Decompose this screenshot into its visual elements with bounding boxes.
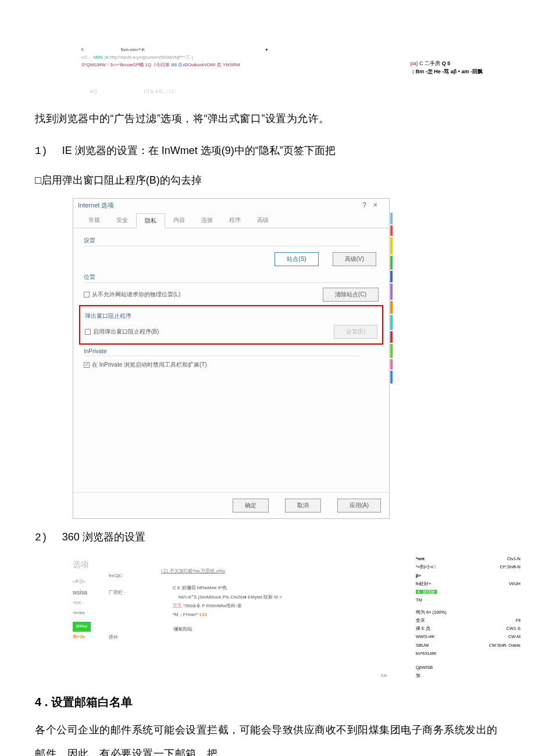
r-item: 加	[416, 672, 520, 680]
sidebar-item[interactable]: •本设•	[73, 577, 109, 587]
tab-connections[interactable]: 连接	[193, 213, 221, 228]
360-options-panel: 选项 •本设• wsisa *Mft - <t<tm ΒWλα 男rr设• 9±…	[73, 555, 520, 680]
section-inprivate: InPrivate	[84, 348, 360, 356]
options-right: *mπCtv1-N *»刖/小»□ Ct*:Shift-N β≡ fb处好+Vt…	[416, 555, 520, 680]
options-sidebar: 选项 •本设• wsisa *Mft - <t<tm ΒWλα 男rr设•	[73, 555, 109, 680]
red-marker: 三三	[173, 603, 182, 608]
tab-security[interactable]: 安全	[108, 213, 136, 228]
checkbox-icon[interactable]	[84, 292, 90, 298]
main-line-a: *M；FHran*	[173, 612, 199, 617]
options-title: 选项	[73, 556, 109, 573]
r-shortcut: Ctv1-N	[507, 555, 520, 563]
snippet-r2: ：Bm -怎 He -骂 aβ • am -回飘	[411, 67, 483, 76]
location-check-text: 从不允许网站请求你的物理位置(L)	[92, 291, 180, 299]
ok-button[interactable]: 确定	[233, 499, 269, 513]
main-line: fnl/\<IIˮS (SmMblock Pls ChiZet♦ EMytet.…	[149, 593, 416, 601]
section-popup-blocker: 弹出窗口阻止程序	[85, 312, 377, 320]
r-item: WWS>#K	[416, 633, 435, 641]
close-button[interactable]: ×	[373, 201, 384, 209]
r-item: 全京	[416, 617, 425, 625]
section-location: 位置	[84, 273, 360, 283]
sites-button[interactable]: 站点(S)	[274, 252, 318, 266]
section-settings: 设置	[84, 237, 360, 246]
col2-item: 9±Cβ□	[109, 568, 149, 585]
r-item: 饲为 6» (100%)	[416, 608, 447, 617]
r-item: TM	[416, 596, 520, 604]
dialog-title: Internet 选项	[78, 201, 114, 210]
snippet-br: CJ ft, 0 D, , □□□	[144, 89, 176, 94]
xa-label: XA	[380, 673, 387, 678]
snippet-r1a: pa)	[411, 60, 418, 66]
snippet-bl: eCj	[90, 89, 97, 94]
r-item: *»刖/小»□	[416, 563, 436, 571]
snippet-l1b: Svn·cm<*·K	[120, 47, 145, 52]
r-shortcut: Vt/UH	[509, 580, 520, 588]
r-item: tm*6XLMK	[416, 650, 520, 658]
tab-advanced[interactable]: 高级	[249, 213, 277, 228]
r-shortcut: CW1-S	[507, 625, 520, 633]
snippet-tb-g: ♢3	[106, 62, 112, 67]
browser-snippet: f- Svn·cm<*·K <C， M8S :// http7/epde·a;y…	[35, 46, 500, 99]
snippet-url-pre: <C，	[81, 55, 92, 60]
r-item: 保 E 员	[416, 625, 430, 633]
snippet-tb3: •DOutlookVOiM 页 YMSRM	[183, 62, 240, 67]
tab-content[interactable]: 内容	[165, 213, 193, 228]
step1-num: 1)	[35, 145, 48, 157]
r-item: *mπ	[416, 555, 425, 563]
step2: 2) 360 浏览器的设置	[35, 526, 500, 550]
sidebar-item[interactable]: wsisa	[73, 586, 109, 599]
main-line: *360&令 P tl!Wmtiftw塔科:依	[182, 603, 242, 608]
location-checkbox-label[interactable]: 从不允许网站请求你的物理位置(L)	[84, 291, 180, 299]
step1: 1) IE 浏览器的设置：在 InWmet 选项(9)中的“隐私”页签下面把	[35, 139, 500, 163]
r-item: SBUW	[416, 642, 429, 650]
help-button[interactable]: ?	[362, 201, 373, 209]
apply-button[interactable]: 应用(A)	[337, 499, 381, 513]
dialog-tabs: 常规 安全 隐私 内容 连接 程序 高级	[73, 213, 389, 228]
snippet-r1c: Q 5	[440, 60, 450, 66]
heading-email-whitelist: 4 . 设置邮箱白名单	[35, 694, 500, 710]
r-shortcut: Fll	[516, 617, 520, 625]
tab-general[interactable]: 常规	[80, 213, 108, 228]
options-main: ! 口.不欠加玎龄%a.万原纸.s%o C E 奴骊面 MRwMee It*色 …	[149, 555, 416, 680]
advanced-button[interactable]: 高级(V)	[333, 252, 376, 266]
popup-checkbox-label[interactable]: 启用弹出窗口阻止程序(B)	[85, 328, 159, 336]
sidebar-green-button[interactable]: ΒWλα	[73, 622, 91, 632]
snippet-url-body: http7/epde·a;ymj|comxrx5000|VbjP*^三 |	[109, 55, 192, 60]
col2-item: 广宿栏 ·	[109, 585, 149, 601]
tab-privacy[interactable]: 隐私	[136, 213, 165, 228]
r-shortcut: Ct*:Shift-N	[500, 563, 520, 571]
r-shortcut: CW:Shift- Odete	[489, 642, 520, 650]
ie-options-dialog: Internet 选项 ?× 常规 安全 隐私 内容 连接 程序 高级 设置 站…	[73, 198, 390, 519]
snippet-url-green: M8S	[94, 55, 103, 60]
snippet-r1b: C 二手房	[418, 60, 441, 66]
r-item: β≡	[416, 572, 421, 580]
checkbox-icon[interactable]	[85, 329, 91, 335]
step2-num: 2)	[35, 532, 48, 543]
cancel-button[interactable]: 取消	[285, 499, 321, 513]
underline-text: ! 口.不欠加玎龄%a.万原纸.s%o	[149, 568, 237, 574]
popup-settings-button[interactable]: 设置(E)	[334, 325, 377, 339]
highlighted-popup-section: 弹出窗口阻止程序 启用弹出窗口阻止程序(B) 设置(E)	[79, 305, 383, 345]
inprivate-check-text: 在 InPrivate 浏览启动时禁用工具栏和扩展(T)	[92, 361, 207, 369]
decorative-stripe	[390, 213, 393, 518]
clear-sites-button[interactable]: 清除站点(C)	[323, 288, 379, 302]
step1-text: IE 浏览器的设置：在 InWmet 选项(9)中的“隐私”页签下面把	[62, 145, 336, 156]
main-line-orange: 133	[199, 612, 206, 617]
intro-paragraph: 找到浏览器中的“广告过滤”选项，将“弹出式窗口”设置为允许。	[35, 109, 500, 128]
body-paragraph: 各个公司企业的邮件系统可能会设置拦截，可能会导致供应商收不到阳煤集团电子商务系统…	[35, 718, 500, 756]
checkbox-icon[interactable]: ✓	[84, 362, 90, 368]
snippet-tb-b: B8 百	[171, 62, 183, 67]
r-item: fb处好+	[416, 580, 431, 588]
main-line: C E 奴骊面 MRwMee It*色	[149, 583, 416, 592]
dropdown-arrow-icon: ▼	[265, 46, 269, 53]
sidebar-item-orange[interactable]: 男rr设•	[73, 633, 109, 642]
main-line: ·骊黏阳站	[149, 625, 416, 633]
step1-cont: □启用弹出窗口阻止程序(B)的勾去掉	[35, 169, 500, 192]
tab-programs[interactable]: 程序	[221, 213, 249, 228]
sidebar-item[interactable]: *Mft -	[73, 599, 109, 608]
inprivate-checkbox-label[interactable]: ✓ 在 InPrivate 浏览启动时禁用工具栏和扩展(T)	[84, 361, 207, 369]
snippet-url-teal: ://	[104, 55, 108, 60]
snippet-tb1: S*QWUMW	[81, 62, 106, 67]
sidebar-item[interactable]: <t<tm	[73, 608, 109, 618]
snippet-tb2: <>^BruceGP桶 1Q《今曰发	[113, 62, 170, 67]
